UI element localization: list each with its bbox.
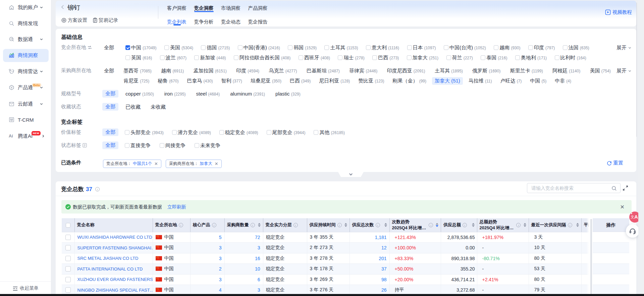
svg-text:Aí: Aí [9,133,13,138]
